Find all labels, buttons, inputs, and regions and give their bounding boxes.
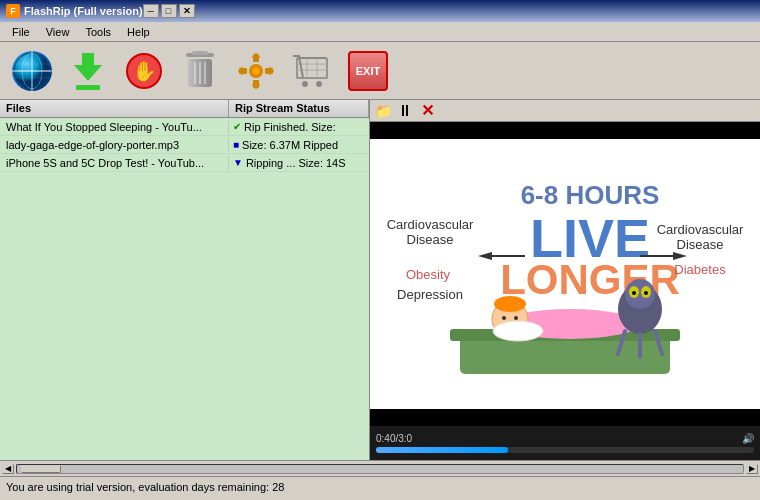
svg-point-60 bbox=[632, 291, 636, 295]
svg-text:Obesity: Obesity bbox=[406, 267, 451, 282]
svg-text:✋: ✋ bbox=[132, 59, 157, 83]
svg-point-54 bbox=[502, 316, 506, 320]
exit-button[interactable]: EXIT bbox=[344, 47, 392, 95]
statusbar: You are using trial version, evaluation … bbox=[0, 476, 760, 496]
scroll-thumb[interactable] bbox=[21, 465, 61, 473]
open-folder-button[interactable]: 📁 bbox=[374, 102, 392, 120]
toolbar: ✋ bbox=[0, 42, 760, 100]
maximize-button[interactable]: □ bbox=[161, 4, 177, 18]
progress-bar-container[interactable] bbox=[376, 447, 754, 453]
svg-text:Depression: Depression bbox=[397, 287, 463, 302]
svg-text:Disease: Disease bbox=[407, 232, 454, 247]
trash-icon bbox=[182, 49, 218, 93]
file-list-header: Files Rip Stream Status bbox=[0, 100, 369, 118]
menu-help[interactable]: Help bbox=[119, 24, 158, 40]
rip-status-column-header: Rip Stream Status bbox=[229, 100, 369, 117]
browse-button[interactable] bbox=[8, 47, 56, 95]
status-text: Ripping ... Size: 14S bbox=[246, 157, 346, 169]
status-icon-done: ✔ bbox=[233, 121, 241, 132]
svg-text:Diabetes: Diabetes bbox=[674, 262, 726, 277]
svg-point-0 bbox=[14, 53, 50, 89]
download-icon bbox=[68, 49, 108, 93]
pause-video-button[interactable]: ⏸ bbox=[396, 102, 414, 120]
table-row[interactable]: What If You Stopped Sleeping - YouTu... … bbox=[0, 118, 369, 136]
time-display: 0:40/3:0 🔊 bbox=[376, 433, 754, 444]
main-area: Files Rip Stream Status What If You Stop… bbox=[0, 100, 760, 460]
file-list: What If You Stopped Sleeping - YouTu... … bbox=[0, 118, 369, 460]
horizontal-scrollbar[interactable]: ◀ ▶ bbox=[0, 460, 760, 476]
svg-point-53 bbox=[494, 296, 526, 312]
menu-tools[interactable]: Tools bbox=[77, 24, 119, 40]
trash-button[interactable] bbox=[176, 47, 224, 95]
timestamp: 0:40/3:0 bbox=[376, 433, 412, 444]
file-status: ▼ Ripping ... Size: 14S bbox=[229, 156, 369, 170]
svg-point-32 bbox=[302, 81, 308, 87]
app-icon: F bbox=[6, 4, 20, 18]
download-button[interactable] bbox=[64, 47, 112, 95]
window-title: FlashRip (Full version) bbox=[24, 5, 143, 17]
svg-text:Disease: Disease bbox=[677, 237, 724, 252]
cart-icon bbox=[291, 50, 333, 92]
video-content: 6-8 HOURS LIVE LONGER Cardiovascular Dis… bbox=[370, 122, 760, 426]
table-row[interactable]: lady-gaga-edge-of-glory-porter.mp3 ■ Siz… bbox=[0, 136, 369, 154]
volume-icon: 🔊 bbox=[742, 433, 754, 444]
file-status: ✔ Rip Finished. Size: bbox=[229, 120, 369, 134]
svg-point-18 bbox=[253, 68, 259, 74]
video-area: 6-8 HOURS LIVE LONGER Cardiovascular Dis… bbox=[370, 122, 760, 426]
scroll-track[interactable] bbox=[16, 464, 744, 474]
table-row[interactable]: iPhone 5S and 5C Drop Test! - YouTub... … bbox=[0, 154, 369, 172]
right-panel: 📁 ⏸ ✕ 6-8 HOURS LIVE LONGER Cardiovascul… bbox=[370, 100, 760, 460]
minimize-button[interactable]: ─ bbox=[143, 4, 159, 18]
scroll-right-button[interactable]: ▶ bbox=[746, 464, 758, 474]
stop-button[interactable]: ✋ bbox=[120, 47, 168, 95]
svg-rect-6 bbox=[76, 85, 100, 90]
video-footer: 0:40/3:0 🔊 bbox=[370, 426, 760, 460]
svg-point-33 bbox=[316, 81, 322, 87]
status-icon-ripping: ▼ bbox=[233, 157, 243, 168]
exit-label: EXIT bbox=[356, 65, 380, 77]
svg-point-61 bbox=[644, 291, 648, 295]
file-name: lady-gaga-edge-of-glory-porter.mp3 bbox=[0, 138, 229, 152]
gear-icon bbox=[235, 50, 277, 92]
status-text: You are using trial version, evaluation … bbox=[6, 481, 284, 493]
progress-bar bbox=[376, 447, 508, 453]
svg-text:6-8 HOURS: 6-8 HOURS bbox=[521, 180, 660, 210]
window-controls: ─ □ ✕ bbox=[143, 4, 195, 18]
menu-file[interactable]: File bbox=[4, 24, 38, 40]
svg-point-65 bbox=[493, 321, 543, 341]
titlebar: F FlashRip (Full version) ─ □ ✕ bbox=[0, 0, 760, 22]
close-button[interactable]: ✕ bbox=[179, 4, 195, 18]
file-name: iPhone 5S and 5C Drop Test! - YouTub... bbox=[0, 156, 229, 170]
status-text: Size: 6.37M Ripped bbox=[242, 139, 338, 151]
status-text: Rip Finished. Size: bbox=[244, 121, 336, 133]
scroll-left-button[interactable]: ◀ bbox=[2, 464, 14, 474]
globe-icon bbox=[12, 51, 52, 91]
stop-video-button[interactable]: ✕ bbox=[418, 102, 436, 120]
video-toolbar: 📁 ⏸ ✕ bbox=[370, 100, 760, 122]
left-panel: Files Rip Stream Status What If You Stop… bbox=[0, 100, 370, 460]
file-status: ■ Size: 6.37M Ripped bbox=[229, 138, 369, 152]
svg-point-55 bbox=[514, 316, 518, 320]
svg-rect-11 bbox=[192, 51, 208, 55]
svg-point-1 bbox=[22, 53, 42, 89]
menubar: File View Tools Help bbox=[0, 22, 760, 42]
settings-button[interactable] bbox=[232, 47, 280, 95]
file-name: What If You Stopped Sleeping - YouTu... bbox=[0, 120, 229, 134]
exit-icon: EXIT bbox=[348, 51, 388, 91]
svg-marker-5 bbox=[74, 53, 102, 81]
menu-view[interactable]: View bbox=[38, 24, 78, 40]
svg-text:Cardiovascular: Cardiovascular bbox=[387, 217, 474, 232]
svg-text:Cardiovascular: Cardiovascular bbox=[657, 222, 744, 237]
files-column-header: Files bbox=[0, 100, 229, 117]
status-icon-ripped: ■ bbox=[233, 139, 239, 150]
stop-icon: ✋ bbox=[124, 51, 164, 91]
cart-button[interactable] bbox=[288, 47, 336, 95]
